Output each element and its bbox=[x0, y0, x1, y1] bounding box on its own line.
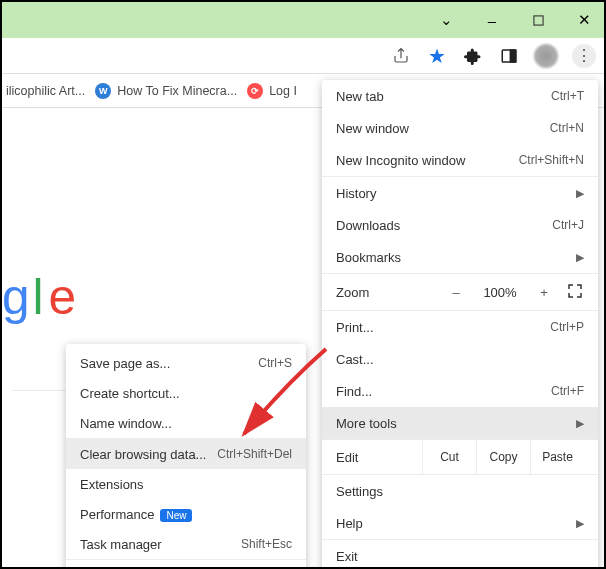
bookmark-item[interactable]: ⟳Log I bbox=[247, 83, 297, 99]
menu-incognito[interactable]: New Incognito windowCtrl+Shift+N bbox=[322, 144, 598, 176]
share-icon[interactable] bbox=[390, 45, 412, 67]
chevron-right-icon: ▶ bbox=[576, 187, 584, 200]
chevron-right-icon: ▶ bbox=[576, 417, 584, 430]
submenu-developer-tools[interactable]: Developer toolsCtrl+Shift+I bbox=[66, 560, 306, 569]
browser-toolbar: ★ ⋮ bbox=[2, 38, 604, 74]
minimize-button[interactable]: – bbox=[478, 6, 506, 34]
close-button[interactable]: ✕ bbox=[570, 6, 598, 34]
menu-help[interactable]: Help▶ bbox=[322, 507, 598, 539]
menu-downloads[interactable]: DownloadsCtrl+J bbox=[322, 209, 598, 241]
fullscreen-icon[interactable] bbox=[568, 284, 584, 301]
tab-chevron-icon[interactable]: ⌄ bbox=[432, 6, 460, 34]
submenu-extensions[interactable]: Extensions bbox=[66, 469, 306, 499]
zoom-out-button[interactable]: – bbox=[446, 285, 466, 300]
chevron-right-icon: ▶ bbox=[576, 517, 584, 530]
submenu-create-shortcut[interactable]: Create shortcut... bbox=[66, 378, 306, 408]
menu-more-tools[interactable]: More tools▶ bbox=[322, 407, 598, 439]
svg-rect-3 bbox=[511, 50, 516, 62]
chrome-main-menu: New tabCtrl+T New windowCtrl+N New Incog… bbox=[322, 80, 598, 569]
bookmark-item[interactable]: WHow To Fix Minecra... bbox=[95, 83, 237, 99]
maximize-button[interactable] bbox=[524, 6, 552, 34]
svg-text:l: l bbox=[32, 270, 43, 325]
menu-bookmarks[interactable]: Bookmarks▶ bbox=[322, 241, 598, 273]
menu-settings[interactable]: Settings bbox=[322, 475, 598, 507]
zoom-in-button[interactable]: + bbox=[534, 285, 554, 300]
menu-button[interactable]: ⋮ bbox=[572, 44, 596, 68]
svg-text:g: g bbox=[2, 270, 30, 325]
menu-history[interactable]: History▶ bbox=[322, 177, 598, 209]
submenu-task-manager[interactable]: Task managerShift+Esc bbox=[66, 529, 306, 559]
more-tools-submenu: Save page as...Ctrl+S Create shortcut...… bbox=[66, 344, 306, 569]
menu-cast[interactable]: Cast... bbox=[322, 343, 598, 375]
submenu-name-window[interactable]: Name window... bbox=[66, 408, 306, 438]
edit-paste-button[interactable]: Paste bbox=[530, 440, 584, 474]
svg-text:e: e bbox=[48, 270, 76, 325]
edit-cut-button[interactable]: Cut bbox=[422, 440, 476, 474]
menu-edit-row: Edit Cut Copy Paste bbox=[322, 439, 598, 475]
bookmark-item[interactable]: ilicophilic Art... bbox=[6, 84, 85, 98]
submenu-clear-browsing-data[interactable]: Clear browsing data...Ctrl+Shift+Del bbox=[66, 439, 306, 469]
profile-avatar[interactable] bbox=[534, 44, 558, 68]
chevron-right-icon: ▶ bbox=[576, 251, 584, 264]
menu-new-window[interactable]: New windowCtrl+N bbox=[322, 112, 598, 144]
extensions-icon[interactable] bbox=[462, 45, 484, 67]
side-panel-icon[interactable] bbox=[498, 45, 520, 67]
menu-zoom-row: Zoom – 100% + bbox=[322, 273, 598, 311]
menu-new-tab[interactable]: New tabCtrl+T bbox=[322, 80, 598, 112]
edit-copy-button[interactable]: Copy bbox=[476, 440, 530, 474]
zoom-label: Zoom bbox=[336, 285, 432, 300]
submenu-performance[interactable]: PerformanceNew bbox=[66, 499, 306, 529]
new-badge: New bbox=[160, 509, 192, 522]
bookmark-star-icon[interactable]: ★ bbox=[426, 45, 448, 67]
menu-find[interactable]: Find...Ctrl+F bbox=[322, 375, 598, 407]
window-titlebar: ⌄ – ✕ bbox=[2, 2, 604, 38]
edit-label: Edit bbox=[336, 450, 422, 465]
submenu-save-page[interactable]: Save page as...Ctrl+S bbox=[66, 348, 306, 378]
zoom-level: 100% bbox=[480, 285, 520, 300]
menu-print[interactable]: Print...Ctrl+P bbox=[322, 311, 598, 343]
bookmark-favicon: ⟳ bbox=[247, 83, 263, 99]
bookmark-favicon: W bbox=[95, 83, 111, 99]
svg-rect-0 bbox=[533, 15, 542, 24]
menu-exit[interactable]: Exit bbox=[322, 540, 598, 569]
